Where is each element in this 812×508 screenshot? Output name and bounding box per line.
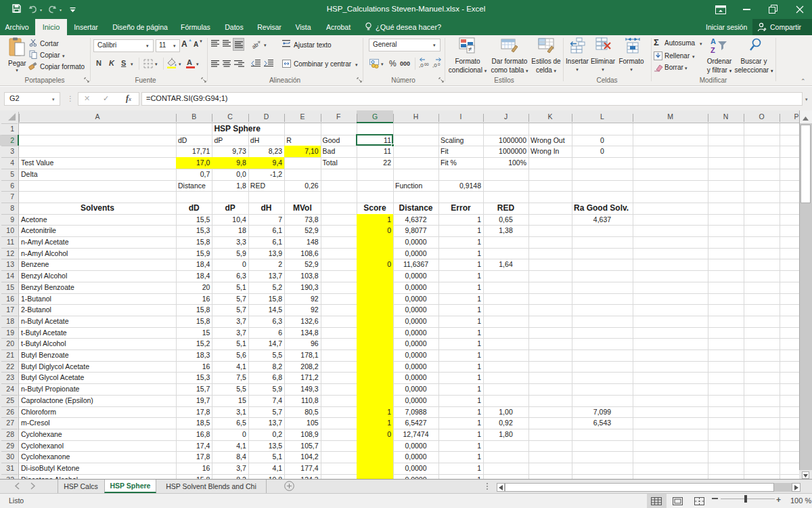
svg-text:00: 00: [424, 62, 429, 66]
svg-text:Z: Z: [710, 46, 715, 54]
svg-text:ab: ab: [250, 41, 260, 51]
svg-text:A: A: [710, 37, 716, 45]
svg-text:,0: ,0: [419, 62, 424, 68]
svg-text:≠: ≠: [468, 45, 472, 53]
